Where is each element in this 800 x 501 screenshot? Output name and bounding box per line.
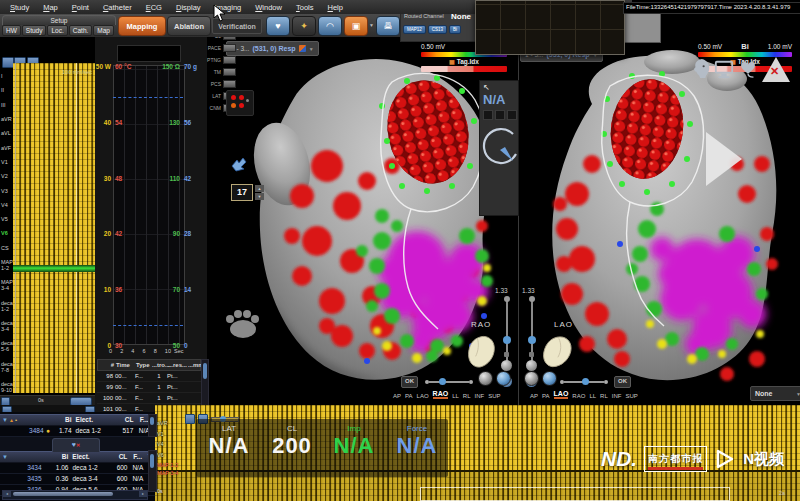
ecg-lead-label[interactable]: aVR <box>0 116 13 122</box>
ablation-button[interactable]: Ablation <box>167 16 211 36</box>
ecg-timebar[interactable]: 0s <box>0 395 95 405</box>
ecg-lead-label[interactable]: deca 5-6 <box>0 340 13 352</box>
review-tool-icon[interactable] <box>185 414 195 424</box>
menu-item-ecg[interactable]: ECG <box>146 3 162 12</box>
ok-button[interactable]: OK <box>614 376 631 388</box>
snapshot-caret-icon[interactable]: ▼ <box>369 22 374 28</box>
menu-item-study[interactable]: Study <box>10 3 29 12</box>
side-toolbar-row[interactable]: PCS <box>207 78 237 90</box>
setup-tab[interactable]: HW <box>2 25 21 36</box>
orient-ap[interactable]: AP <box>530 393 538 399</box>
orient-sup[interactable]: SUP <box>625 393 637 399</box>
ecg-cursor-line[interactable] <box>15 63 16 393</box>
col-cl[interactable]: CL <box>114 415 134 425</box>
side-toolbar-button[interactable] <box>223 44 236 52</box>
ablation-site-row[interactable]: 3484 ● 1.74deca 1-2 517N/A <box>0 426 155 437</box>
menu-item-window[interactable]: Window <box>255 3 282 12</box>
col-time[interactable]: Time <box>116 360 136 370</box>
points-table-row[interactable]: 9800... F...1 Pt... <box>97 371 201 382</box>
ecg-lead-label[interactable]: deca 1-2 <box>0 300 13 312</box>
side-toolbar-button[interactable] <box>223 68 236 76</box>
rotate-knob[interactable] <box>524 371 539 386</box>
orientation-heart-icon[interactable] <box>540 333 574 369</box>
orient-rl[interactable]: RL <box>463 393 471 399</box>
menu-item-help[interactable]: Help <box>327 3 342 12</box>
side-toolbar-row[interactable]: PACE <box>207 42 237 54</box>
ok-button[interactable]: OK <box>401 376 418 388</box>
side-toolbar-row[interactable]: PTNG <box>207 54 237 66</box>
col-cl[interactable]: CL <box>108 452 127 462</box>
monitor-icon[interactable] <box>714 56 734 82</box>
ecg-lead-label[interactable]: V6 <box>0 230 13 236</box>
filter-icon[interactable]: ▼ <box>2 415 8 425</box>
left-map-title-chip[interactable]: 1 - 3... (531, 0) Resp ▼ <box>226 41 319 56</box>
menu-item-tools[interactable]: Tools <box>296 3 314 12</box>
col-comment[interactable]: ...mm <box>188 360 200 370</box>
compass-tool-button[interactable]: ✦ <box>292 16 316 36</box>
ecg-lead-label[interactable]: MAP 1-2 <box>0 259 13 271</box>
pin-icon[interactable]: • <box>15 415 17 425</box>
col-elect[interactable]: Elect. <box>72 415 114 425</box>
orientation-dial[interactable] <box>480 126 520 178</box>
orient-inf[interactable]: INF <box>475 393 485 399</box>
routed-channel-chip[interactable]: MAP12 <box>403 25 426 34</box>
points-list-row[interactable]: 3434 1.06deca 1-2 600N/A <box>0 463 155 474</box>
ecg-lead-label[interactable]: aVL <box>0 130 13 136</box>
ecg-lead-label[interactable]: aVF <box>0 145 13 151</box>
pan-knob[interactable] <box>496 371 511 386</box>
heart-tool-button[interactable]: ♥ <box>266 16 290 36</box>
ecg-cursor-line[interactable] <box>76 63 77 393</box>
points-table-row[interactable]: 9900... F...1 Pt... <box>97 382 201 393</box>
side-toolbar-button[interactable] <box>223 80 236 88</box>
ecg-lead-label[interactable]: I <box>0 73 13 79</box>
map-list-tab[interactable]: ♥✕ <box>52 438 100 452</box>
heart-connector-icon[interactable] <box>738 56 758 82</box>
setup-tab[interactable]: Loc. <box>47 25 67 36</box>
orient-ap[interactable]: AP <box>393 393 401 399</box>
orient-sup[interactable]: SUP <box>488 393 500 399</box>
chevron-down-icon[interactable]: ▼ <box>309 46 314 52</box>
col-f[interactable]: F... <box>127 452 148 462</box>
menu-item-display[interactable]: Display <box>176 3 201 12</box>
ecg-lead-label[interactable]: III <box>0 102 13 108</box>
menu-item-point[interactable]: Point <box>72 3 89 12</box>
ecg-lead-label[interactable]: II <box>0 87 13 93</box>
orient-ll[interactable]: LL <box>452 393 459 399</box>
ecg-lead-label[interactable]: deca 7-8 <box>0 361 13 373</box>
ecg-lead-label[interactable]: V2 <box>0 173 13 179</box>
ecg-lead-label[interactable]: MAP 3-4 <box>0 279 13 291</box>
points-table-row[interactable]: 10000... F...1 Pt... <box>97 393 201 404</box>
pan-knob[interactable] <box>542 371 557 386</box>
patient-head-icon[interactable] <box>690 56 710 82</box>
ecg-lead-label[interactable]: V1 <box>0 159 13 165</box>
orientation-heart-icon[interactable] <box>465 333 497 369</box>
menu-item-catheter[interactable]: Catheter <box>103 3 132 12</box>
points-list-row[interactable]: 3435 0.36deca 3-4 600N/A <box>0 474 155 485</box>
routed-channel-chip[interactable]: Bi <box>449 25 461 34</box>
orient-rao[interactable]: RAO <box>433 390 449 399</box>
warning-triangle-icon[interactable]: ✕ <box>762 57 790 82</box>
orient-rao[interactable]: RAO <box>572 393 585 399</box>
ecg-lead-label[interactable]: CS <box>0 245 13 251</box>
rotation-slider[interactable] <box>560 378 608 386</box>
tables-h-scrollbar[interactable]: ◂ ▸ <box>2 490 148 500</box>
left-map-viewport[interactable]: 1 - 3... (531, 0) Resp ▼ CL PACE PT <box>207 30 519 405</box>
printer-tool-button[interactable]: 🖶 <box>376 16 400 36</box>
sort-icon[interactable]: ▲ <box>9 415 14 425</box>
side-toolbar-row[interactable]: TM <box>207 66 237 78</box>
col-elect[interactable]: Elect. <box>68 452 108 462</box>
menu-item-map[interactable]: Map <box>43 3 58 12</box>
counter-up-icon[interactable]: ▲ <box>255 185 264 192</box>
rotation-slider[interactable] <box>425 378 473 386</box>
tag-index-colorbar[interactable] <box>421 66 507 72</box>
col-bi[interactable]: Bi <box>49 452 68 462</box>
pointer-arrow-icon[interactable]: ↖ <box>483 83 518 92</box>
map-tool-hand-icon[interactable] <box>229 156 249 172</box>
col-bi[interactable]: Bi <box>52 415 72 425</box>
ecg-lead-label[interactable]: V4 <box>0 202 13 208</box>
orient-lao[interactable]: LAO <box>417 393 429 399</box>
filter-icon[interactable]: ▼ <box>2 452 8 462</box>
col-present[interactable]: ...res... <box>168 360 188 370</box>
ecg-lead-label[interactable]: deca 3-4 <box>0 320 13 332</box>
orient-pa[interactable]: PA <box>405 393 413 399</box>
